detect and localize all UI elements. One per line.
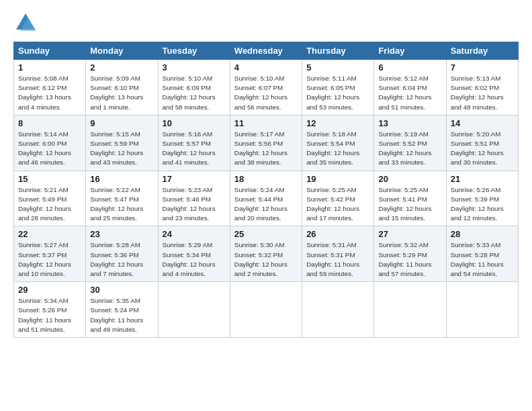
day-info: Sunrise: 5:17 AM Sunset: 5:56 PM Dayligh… bbox=[234, 130, 298, 168]
calendar-cell: 23Sunrise: 5:28 AM Sunset: 5:36 PM Dayli… bbox=[86, 226, 158, 282]
calendar-cell: 5Sunrise: 5:11 AM Sunset: 6:05 PM Daylig… bbox=[302, 60, 374, 116]
calendar-cell: 28Sunrise: 5:33 AM Sunset: 5:28 PM Dayli… bbox=[446, 226, 518, 282]
calendar-body: 1Sunrise: 5:08 AM Sunset: 6:12 PM Daylig… bbox=[14, 60, 519, 338]
calendar-table: SundayMondayTuesdayWednesdayThursdayFrid… bbox=[13, 42, 519, 338]
calendar-cell: 20Sunrise: 5:25 AM Sunset: 5:41 PM Dayli… bbox=[374, 171, 446, 226]
day-number: 28 bbox=[451, 229, 514, 239]
calendar-cell: 27Sunrise: 5:32 AM Sunset: 5:29 PM Dayli… bbox=[374, 226, 446, 282]
calendar-cell bbox=[446, 282, 518, 338]
weekday-wednesday: Wednesday bbox=[230, 42, 302, 60]
calendar-cell: 13Sunrise: 5:19 AM Sunset: 5:52 PM Dayli… bbox=[374, 115, 446, 171]
calendar-cell: 26Sunrise: 5:31 AM Sunset: 5:31 PM Dayli… bbox=[302, 226, 374, 282]
day-info: Sunrise: 5:35 AM Sunset: 5:24 PM Dayligh… bbox=[90, 296, 153, 334]
day-info: Sunrise: 5:21 AM Sunset: 5:49 PM Dayligh… bbox=[18, 185, 81, 224]
day-number: 9 bbox=[90, 118, 153, 128]
calendar-cell: 12Sunrise: 5:18 AM Sunset: 5:54 PM Dayli… bbox=[302, 115, 374, 171]
calendar-cell: 19Sunrise: 5:25 AM Sunset: 5:42 PM Dayli… bbox=[302, 171, 374, 226]
calendar-cell: 17Sunrise: 5:23 AM Sunset: 5:46 PM Dayli… bbox=[158, 171, 230, 226]
day-number: 7 bbox=[451, 62, 514, 73]
day-number: 19 bbox=[306, 174, 369, 184]
day-info: Sunrise: 5:09 AM Sunset: 6:10 PM Dayligh… bbox=[90, 74, 153, 112]
day-number: 26 bbox=[306, 229, 369, 239]
day-info: Sunrise: 5:20 AM Sunset: 5:51 PM Dayligh… bbox=[451, 130, 514, 168]
day-number: 15 bbox=[18, 174, 81, 184]
day-number: 13 bbox=[378, 118, 441, 128]
day-number: 8 bbox=[18, 118, 81, 128]
day-info: Sunrise: 5:26 AM Sunset: 5:39 PM Dayligh… bbox=[451, 185, 514, 224]
weekday-sunday: Sunday bbox=[14, 42, 86, 60]
day-info: Sunrise: 5:25 AM Sunset: 5:41 PM Dayligh… bbox=[378, 185, 441, 224]
day-info: Sunrise: 5:14 AM Sunset: 6:00 PM Dayligh… bbox=[18, 130, 81, 168]
day-number: 17 bbox=[163, 174, 226, 184]
weekday-tuesday: Tuesday bbox=[158, 42, 230, 60]
day-info: Sunrise: 5:32 AM Sunset: 5:29 PM Dayligh… bbox=[378, 240, 441, 279]
calendar-cell: 8Sunrise: 5:14 AM Sunset: 6:00 PM Daylig… bbox=[14, 115, 86, 171]
calendar-cell: 2Sunrise: 5:09 AM Sunset: 6:10 PM Daylig… bbox=[86, 60, 158, 116]
calendar-cell: 16Sunrise: 5:22 AM Sunset: 5:47 PM Dayli… bbox=[86, 171, 158, 226]
calendar-cell: 1Sunrise: 5:08 AM Sunset: 6:12 PM Daylig… bbox=[14, 60, 86, 116]
day-number: 29 bbox=[18, 285, 81, 295]
calendar-cell bbox=[158, 282, 230, 338]
calendar-cell: 4Sunrise: 5:10 AM Sunset: 6:07 PM Daylig… bbox=[230, 60, 302, 116]
day-number: 30 bbox=[90, 285, 153, 295]
day-info: Sunrise: 5:12 AM Sunset: 6:04 PM Dayligh… bbox=[378, 74, 441, 112]
calendar-cell bbox=[230, 282, 302, 338]
day-info: Sunrise: 5:30 AM Sunset: 5:32 PM Dayligh… bbox=[234, 240, 298, 279]
day-number: 11 bbox=[234, 118, 298, 128]
day-info: Sunrise: 5:28 AM Sunset: 5:36 PM Dayligh… bbox=[90, 240, 153, 279]
day-number: 12 bbox=[306, 118, 369, 128]
day-number: 20 bbox=[378, 174, 441, 184]
day-number: 1 bbox=[18, 62, 81, 73]
calendar-cell bbox=[374, 282, 446, 338]
calendar-cell: 29Sunrise: 5:34 AM Sunset: 5:26 PM Dayli… bbox=[14, 282, 86, 338]
page: SundayMondayTuesdayWednesdayThursdayFrid… bbox=[0, 0, 532, 346]
calendar-cell: 21Sunrise: 5:26 AM Sunset: 5:39 PM Dayli… bbox=[446, 171, 518, 226]
day-info: Sunrise: 5:16 AM Sunset: 5:57 PM Dayligh… bbox=[163, 130, 226, 168]
calendar-cell: 6Sunrise: 5:12 AM Sunset: 6:04 PM Daylig… bbox=[374, 60, 446, 116]
day-info: Sunrise: 5:24 AM Sunset: 5:44 PM Dayligh… bbox=[234, 185, 298, 224]
weekday-saturday: Saturday bbox=[446, 42, 518, 60]
weekday-friday: Friday bbox=[374, 42, 446, 60]
week-row-2: 8Sunrise: 5:14 AM Sunset: 6:00 PM Daylig… bbox=[14, 115, 519, 171]
week-row-5: 29Sunrise: 5:34 AM Sunset: 5:26 PM Dayli… bbox=[14, 282, 519, 338]
day-info: Sunrise: 5:23 AM Sunset: 5:46 PM Dayligh… bbox=[163, 185, 226, 224]
day-info: Sunrise: 5:22 AM Sunset: 5:47 PM Dayligh… bbox=[90, 185, 153, 224]
day-info: Sunrise: 5:10 AM Sunset: 6:09 PM Dayligh… bbox=[163, 74, 226, 112]
day-info: Sunrise: 5:34 AM Sunset: 5:26 PM Dayligh… bbox=[18, 296, 81, 334]
day-info: Sunrise: 5:15 AM Sunset: 5:59 PM Dayligh… bbox=[90, 130, 153, 168]
calendar-cell: 30Sunrise: 5:35 AM Sunset: 5:24 PM Dayli… bbox=[86, 282, 158, 338]
weekday-monday: Monday bbox=[86, 42, 158, 60]
day-number: 24 bbox=[163, 229, 226, 239]
day-info: Sunrise: 5:11 AM Sunset: 6:05 PM Dayligh… bbox=[306, 74, 369, 112]
day-info: Sunrise: 5:31 AM Sunset: 5:31 PM Dayligh… bbox=[306, 240, 369, 279]
week-row-1: 1Sunrise: 5:08 AM Sunset: 6:12 PM Daylig… bbox=[14, 60, 519, 116]
week-row-4: 22Sunrise: 5:27 AM Sunset: 5:37 PM Dayli… bbox=[14, 226, 519, 282]
day-number: 27 bbox=[378, 229, 441, 239]
day-number: 14 bbox=[451, 118, 514, 128]
day-info: Sunrise: 5:13 AM Sunset: 6:02 PM Dayligh… bbox=[451, 74, 514, 112]
day-number: 23 bbox=[90, 229, 153, 239]
day-info: Sunrise: 5:10 AM Sunset: 6:07 PM Dayligh… bbox=[234, 74, 298, 112]
day-number: 5 bbox=[306, 62, 369, 73]
day-info: Sunrise: 5:19 AM Sunset: 5:52 PM Dayligh… bbox=[378, 130, 441, 168]
day-number: 25 bbox=[234, 229, 298, 239]
calendar-cell: 25Sunrise: 5:30 AM Sunset: 5:32 PM Dayli… bbox=[230, 226, 302, 282]
day-info: Sunrise: 5:29 AM Sunset: 5:34 PM Dayligh… bbox=[163, 240, 226, 279]
day-info: Sunrise: 5:25 AM Sunset: 5:42 PM Dayligh… bbox=[306, 185, 369, 224]
week-row-3: 15Sunrise: 5:21 AM Sunset: 5:49 PM Dayli… bbox=[14, 171, 519, 226]
weekday-thursday: Thursday bbox=[302, 42, 374, 60]
day-number: 16 bbox=[90, 174, 153, 184]
logo bbox=[13, 11, 40, 35]
day-number: 22 bbox=[18, 229, 81, 239]
day-info: Sunrise: 5:27 AM Sunset: 5:37 PM Dayligh… bbox=[18, 240, 81, 279]
weekday-header-row: SundayMondayTuesdayWednesdayThursdayFrid… bbox=[14, 42, 519, 60]
calendar-cell: 14Sunrise: 5:20 AM Sunset: 5:51 PM Dayli… bbox=[446, 115, 518, 171]
calendar-cell: 24Sunrise: 5:29 AM Sunset: 5:34 PM Dayli… bbox=[158, 226, 230, 282]
calendar-cell: 22Sunrise: 5:27 AM Sunset: 5:37 PM Dayli… bbox=[14, 226, 86, 282]
calendar-cell: 9Sunrise: 5:15 AM Sunset: 5:59 PM Daylig… bbox=[86, 115, 158, 171]
calendar-cell: 15Sunrise: 5:21 AM Sunset: 5:49 PM Dayli… bbox=[14, 171, 86, 226]
calendar-cell bbox=[302, 282, 374, 338]
day-number: 4 bbox=[234, 62, 298, 73]
day-number: 3 bbox=[163, 62, 226, 73]
day-number: 10 bbox=[163, 118, 226, 128]
